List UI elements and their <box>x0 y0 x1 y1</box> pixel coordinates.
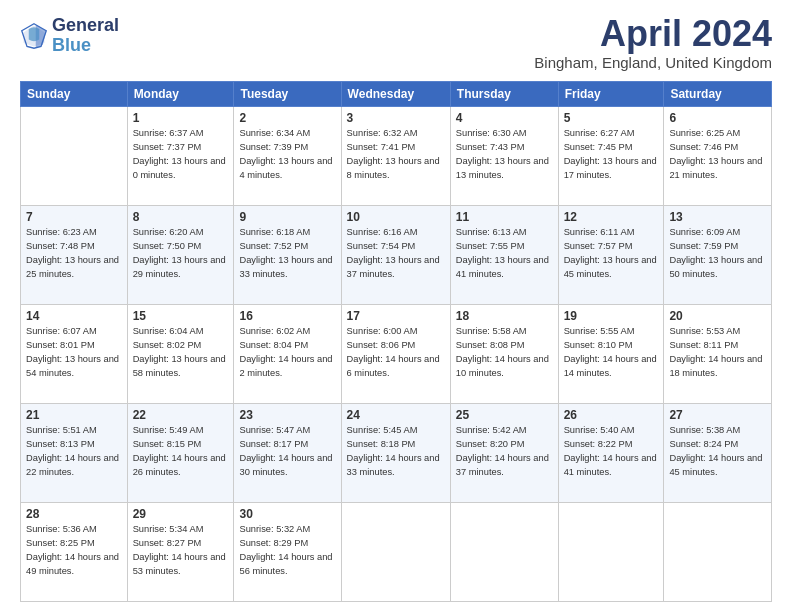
day-info: Sunrise: 5:47 AMSunset: 8:17 PMDaylight:… <box>239 424 335 480</box>
calendar-cell: 20Sunrise: 5:53 AMSunset: 8:11 PMDayligh… <box>664 305 772 404</box>
calendar-cell: 22Sunrise: 5:49 AMSunset: 8:15 PMDayligh… <box>127 404 234 503</box>
calendar-cell: 12Sunrise: 6:11 AMSunset: 7:57 PMDayligh… <box>558 206 664 305</box>
day-info: Sunrise: 6:34 AMSunset: 7:39 PMDaylight:… <box>239 127 335 183</box>
day-info: Sunrise: 5:42 AMSunset: 8:20 PMDaylight:… <box>456 424 553 480</box>
day-info: Sunrise: 6:18 AMSunset: 7:52 PMDaylight:… <box>239 226 335 282</box>
calendar-cell <box>664 503 772 602</box>
calendar-cell <box>558 503 664 602</box>
calendar-cell: 15Sunrise: 6:04 AMSunset: 8:02 PMDayligh… <box>127 305 234 404</box>
title-block: April 2024 Bingham, England, United King… <box>534 16 772 71</box>
day-info: Sunrise: 6:02 AMSunset: 8:04 PMDaylight:… <box>239 325 335 381</box>
calendar-body: 1Sunrise: 6:37 AMSunset: 7:37 PMDaylight… <box>21 107 772 602</box>
day-number: 25 <box>456 408 553 422</box>
day-info: Sunrise: 6:37 AMSunset: 7:37 PMDaylight:… <box>133 127 229 183</box>
calendar-cell: 17Sunrise: 6:00 AMSunset: 8:06 PMDayligh… <box>341 305 450 404</box>
day-info: Sunrise: 6:23 AMSunset: 7:48 PMDaylight:… <box>26 226 122 282</box>
col-saturday: Saturday <box>664 82 772 107</box>
day-number: 7 <box>26 210 122 224</box>
day-info: Sunrise: 6:11 AMSunset: 7:57 PMDaylight:… <box>564 226 659 282</box>
day-info: Sunrise: 6:20 AMSunset: 7:50 PMDaylight:… <box>133 226 229 282</box>
week-row-5: 28Sunrise: 5:36 AMSunset: 8:25 PMDayligh… <box>21 503 772 602</box>
calendar-header: Sunday Monday Tuesday Wednesday Thursday… <box>21 82 772 107</box>
calendar-cell: 25Sunrise: 5:42 AMSunset: 8:20 PMDayligh… <box>450 404 558 503</box>
day-number: 10 <box>347 210 445 224</box>
logo-text: General Blue <box>52 16 119 56</box>
day-info: Sunrise: 6:04 AMSunset: 8:02 PMDaylight:… <box>133 325 229 381</box>
header-row: Sunday Monday Tuesday Wednesday Thursday… <box>21 82 772 107</box>
calendar-cell: 23Sunrise: 5:47 AMSunset: 8:17 PMDayligh… <box>234 404 341 503</box>
col-wednesday: Wednesday <box>341 82 450 107</box>
day-number: 5 <box>564 111 659 125</box>
calendar-cell: 26Sunrise: 5:40 AMSunset: 8:22 PMDayligh… <box>558 404 664 503</box>
day-number: 19 <box>564 309 659 323</box>
day-number: 24 <box>347 408 445 422</box>
month-title: April 2024 <box>534 16 772 52</box>
day-info: Sunrise: 5:58 AMSunset: 8:08 PMDaylight:… <box>456 325 553 381</box>
day-info: Sunrise: 5:51 AMSunset: 8:13 PMDaylight:… <box>26 424 122 480</box>
day-number: 18 <box>456 309 553 323</box>
day-number: 4 <box>456 111 553 125</box>
col-monday: Monday <box>127 82 234 107</box>
calendar-cell: 21Sunrise: 5:51 AMSunset: 8:13 PMDayligh… <box>21 404 128 503</box>
calendar-cell: 19Sunrise: 5:55 AMSunset: 8:10 PMDayligh… <box>558 305 664 404</box>
day-number: 20 <box>669 309 766 323</box>
day-info: Sunrise: 5:38 AMSunset: 8:24 PMDaylight:… <box>669 424 766 480</box>
day-number: 8 <box>133 210 229 224</box>
day-number: 22 <box>133 408 229 422</box>
calendar-cell: 16Sunrise: 6:02 AMSunset: 8:04 PMDayligh… <box>234 305 341 404</box>
day-number: 29 <box>133 507 229 521</box>
day-number: 3 <box>347 111 445 125</box>
calendar-cell <box>450 503 558 602</box>
day-number: 1 <box>133 111 229 125</box>
calendar-cell: 8Sunrise: 6:20 AMSunset: 7:50 PMDaylight… <box>127 206 234 305</box>
location: Bingham, England, United Kingdom <box>534 54 772 71</box>
day-number: 6 <box>669 111 766 125</box>
day-info: Sunrise: 6:25 AMSunset: 7:46 PMDaylight:… <box>669 127 766 183</box>
day-info: Sunrise: 6:13 AMSunset: 7:55 PMDaylight:… <box>456 226 553 282</box>
calendar-cell: 4Sunrise: 6:30 AMSunset: 7:43 PMDaylight… <box>450 107 558 206</box>
col-friday: Friday <box>558 82 664 107</box>
logo-icon <box>20 22 48 50</box>
header: General Blue April 2024 Bingham, England… <box>20 16 772 71</box>
calendar-cell: 29Sunrise: 5:34 AMSunset: 8:27 PMDayligh… <box>127 503 234 602</box>
day-number: 13 <box>669 210 766 224</box>
day-number: 14 <box>26 309 122 323</box>
calendar-cell: 14Sunrise: 6:07 AMSunset: 8:01 PMDayligh… <box>21 305 128 404</box>
day-info: Sunrise: 5:55 AMSunset: 8:10 PMDaylight:… <box>564 325 659 381</box>
calendar-cell: 9Sunrise: 6:18 AMSunset: 7:52 PMDaylight… <box>234 206 341 305</box>
calendar-cell: 10Sunrise: 6:16 AMSunset: 7:54 PMDayligh… <box>341 206 450 305</box>
day-info: Sunrise: 6:00 AMSunset: 8:06 PMDaylight:… <box>347 325 445 381</box>
week-row-3: 14Sunrise: 6:07 AMSunset: 8:01 PMDayligh… <box>21 305 772 404</box>
calendar-cell: 2Sunrise: 6:34 AMSunset: 7:39 PMDaylight… <box>234 107 341 206</box>
calendar-cell: 18Sunrise: 5:58 AMSunset: 8:08 PMDayligh… <box>450 305 558 404</box>
day-number: 28 <box>26 507 122 521</box>
day-info: Sunrise: 5:32 AMSunset: 8:29 PMDaylight:… <box>239 523 335 579</box>
day-number: 2 <box>239 111 335 125</box>
day-number: 17 <box>347 309 445 323</box>
day-number: 21 <box>26 408 122 422</box>
week-row-1: 1Sunrise: 6:37 AMSunset: 7:37 PMDaylight… <box>21 107 772 206</box>
day-info: Sunrise: 5:36 AMSunset: 8:25 PMDaylight:… <box>26 523 122 579</box>
col-tuesday: Tuesday <box>234 82 341 107</box>
day-info: Sunrise: 6:30 AMSunset: 7:43 PMDaylight:… <box>456 127 553 183</box>
day-info: Sunrise: 5:40 AMSunset: 8:22 PMDaylight:… <box>564 424 659 480</box>
day-info: Sunrise: 6:27 AMSunset: 7:45 PMDaylight:… <box>564 127 659 183</box>
calendar-table: Sunday Monday Tuesday Wednesday Thursday… <box>20 81 772 602</box>
col-thursday: Thursday <box>450 82 558 107</box>
day-number: 26 <box>564 408 659 422</box>
week-row-4: 21Sunrise: 5:51 AMSunset: 8:13 PMDayligh… <box>21 404 772 503</box>
calendar-cell: 3Sunrise: 6:32 AMSunset: 7:41 PMDaylight… <box>341 107 450 206</box>
calendar-cell: 7Sunrise: 6:23 AMSunset: 7:48 PMDaylight… <box>21 206 128 305</box>
day-number: 15 <box>133 309 229 323</box>
calendar-cell: 6Sunrise: 6:25 AMSunset: 7:46 PMDaylight… <box>664 107 772 206</box>
calendar-cell <box>21 107 128 206</box>
day-number: 9 <box>239 210 335 224</box>
day-info: Sunrise: 5:34 AMSunset: 8:27 PMDaylight:… <box>133 523 229 579</box>
calendar-cell: 30Sunrise: 5:32 AMSunset: 8:29 PMDayligh… <box>234 503 341 602</box>
day-info: Sunrise: 5:53 AMSunset: 8:11 PMDaylight:… <box>669 325 766 381</box>
day-info: Sunrise: 6:09 AMSunset: 7:59 PMDaylight:… <box>669 226 766 282</box>
week-row-2: 7Sunrise: 6:23 AMSunset: 7:48 PMDaylight… <box>21 206 772 305</box>
calendar-cell: 1Sunrise: 6:37 AMSunset: 7:37 PMDaylight… <box>127 107 234 206</box>
day-number: 30 <box>239 507 335 521</box>
calendar-cell: 24Sunrise: 5:45 AMSunset: 8:18 PMDayligh… <box>341 404 450 503</box>
